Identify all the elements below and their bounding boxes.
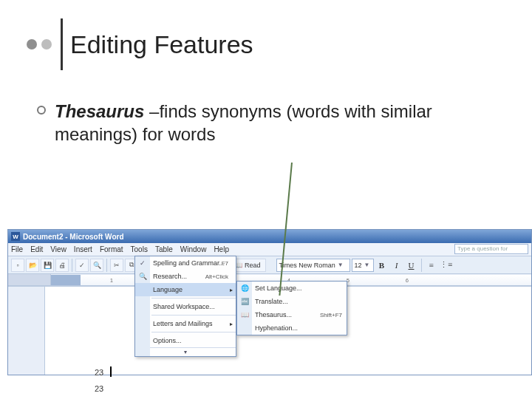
bold-button[interactable]: B xyxy=(375,259,389,272)
pointer-arrow xyxy=(270,163,299,296)
check-icon: ✓ xyxy=(137,258,148,268)
dot-1 xyxy=(12,39,22,50)
slide-page-number: 23 xyxy=(95,368,103,377)
menu-label: Spelling and Grammar... xyxy=(153,259,225,267)
menu-item-language[interactable]: Language ▸ xyxy=(135,283,236,296)
menu-label: Language xyxy=(153,286,183,293)
globe-icon: 🌐 xyxy=(239,283,250,293)
menu-item-research[interactable]: 🔍 Research... Alt+Click xyxy=(135,270,236,283)
title-divider xyxy=(61,18,63,70)
dot-3 xyxy=(41,39,52,50)
dot-2 xyxy=(27,39,37,50)
page-number: 23 xyxy=(95,384,103,393)
help-search-input[interactable]: Type a question for xyxy=(454,244,528,254)
menu-edit[interactable]: Edit xyxy=(30,245,43,253)
chevron-right-icon: ▸ xyxy=(230,287,233,293)
submenu-item-hyphenation[interactable]: Hyphenation... xyxy=(237,321,347,335)
chevron-right-icon: ▸ xyxy=(230,321,233,327)
bullet-text: Thesaurus –finds synonyms (words with si… xyxy=(55,100,510,146)
ruler-left-gutter xyxy=(8,274,51,285)
menu-shortcut: Alt+Click xyxy=(205,273,228,280)
menu-shortcut: F7 xyxy=(222,260,228,267)
italic-button[interactable]: I xyxy=(390,259,403,272)
translate-icon: 🔤 xyxy=(239,296,250,307)
menu-expand-button[interactable]: ▾ xyxy=(135,347,236,356)
menu-tools[interactable]: Tools xyxy=(131,245,148,253)
window-title: Document2 - Microsoft Word xyxy=(23,233,123,241)
ruler-tick: 6 xyxy=(406,278,409,283)
search-icon: 🔍 xyxy=(137,271,148,282)
menu-label: Shared Workspace... xyxy=(153,303,215,310)
underline-button[interactable]: U xyxy=(405,259,418,272)
book-icon: 📖 xyxy=(239,310,250,320)
tools-dropdown-menu: ✓ Spelling and Grammar... F7 🔍 Research.… xyxy=(134,256,236,357)
bullet-strong: Thesaurus xyxy=(55,101,144,121)
bullet-dots xyxy=(12,39,52,50)
text-cursor xyxy=(110,366,112,377)
menu-item-options[interactable]: Options... xyxy=(135,334,236,347)
bullet-marker-icon xyxy=(37,106,46,115)
menu-label: Translate... xyxy=(255,298,288,305)
menu-label: Hyphenation... xyxy=(255,324,298,332)
menu-item-letters-mailings[interactable]: Letters and Mailings ▸ xyxy=(135,317,236,330)
slide-header: Editing Features xyxy=(12,22,253,66)
menu-format[interactable]: Format xyxy=(100,245,123,253)
open-button[interactable]: 📂 xyxy=(26,259,39,272)
bullet-row: Thesaurus –finds synonyms (words with si… xyxy=(37,100,510,146)
menu-item-spelling[interactable]: ✓ Spelling and Grammar... F7 xyxy=(135,256,236,270)
chevron-down-icon: ▼ xyxy=(364,262,370,268)
menu-label: Letters and Mailings xyxy=(153,320,213,327)
word-app-icon: W xyxy=(11,232,20,241)
chevron-down-icon: ▼ xyxy=(338,262,344,268)
research-button[interactable]: 🔍 xyxy=(90,259,103,272)
submenu-item-thesaurus[interactable]: 📖 Thesaurus... Shift+F7 xyxy=(237,308,347,321)
ruler-tick: 1 xyxy=(110,278,113,283)
read-label: Read xyxy=(245,262,261,269)
menu-item-shared-workspace[interactable]: Shared Workspace... xyxy=(135,300,236,313)
toolbar-sep xyxy=(421,259,422,272)
font-size-select[interactable]: 12 ▼ xyxy=(352,259,374,272)
menu-view[interactable]: View xyxy=(50,245,66,253)
toolbar-sep xyxy=(72,259,72,272)
left-gutter xyxy=(8,287,45,375)
svg-line-0 xyxy=(279,163,292,296)
menu-shortcut: Shift+F7 xyxy=(320,312,342,318)
save-button[interactable]: 💾 xyxy=(41,259,54,272)
bullets-button[interactable]: ⋮≡ xyxy=(440,259,453,272)
menu-table[interactable]: Table xyxy=(155,245,173,253)
new-doc-button[interactable]: ▫ xyxy=(11,259,24,272)
submenu-item-translate[interactable]: 🔤 Translate... xyxy=(237,295,347,308)
toolbar-sep xyxy=(106,259,107,272)
spellcheck-button[interactable]: ✓ xyxy=(75,259,89,272)
menu-window[interactable]: Window xyxy=(180,245,207,253)
slide-title: Editing Features xyxy=(70,30,253,59)
align-left-button[interactable]: ≡ xyxy=(425,259,438,272)
font-size-value: 12 xyxy=(355,262,362,269)
menu-label: Options... xyxy=(153,337,182,344)
menu-insert[interactable]: Insert xyxy=(74,245,92,253)
menu-label: Research... xyxy=(153,273,187,280)
print-button[interactable]: 🖨 xyxy=(55,259,69,272)
menu-label: Thesaurus... xyxy=(255,311,292,318)
cut-button[interactable]: ✂ xyxy=(110,259,123,272)
menu-help[interactable]: Help xyxy=(214,245,229,253)
menu-file[interactable]: File xyxy=(11,245,23,253)
menu-separator xyxy=(151,332,236,332)
menu-separator xyxy=(151,298,236,299)
menu-separator xyxy=(151,315,236,316)
